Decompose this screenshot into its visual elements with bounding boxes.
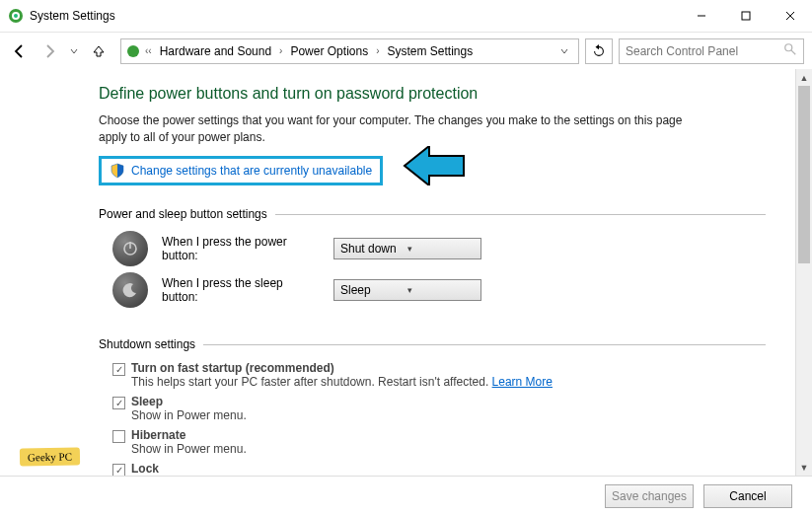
sleep-icon — [112, 272, 148, 308]
svg-point-8 — [785, 44, 792, 51]
divider — [275, 214, 766, 215]
svg-point-7 — [127, 45, 139, 57]
search-icon — [783, 42, 797, 59]
scroll-down-icon[interactable]: ▼ — [796, 459, 812, 476]
search-input[interactable] — [626, 44, 783, 58]
checkbox-desc: Show in Power menu. — [131, 442, 766, 456]
learn-more-link[interactable]: Learn More — [492, 375, 553, 389]
breadcrumb[interactable]: ‹‹ Hardware and Sound › Power Options › … — [120, 38, 579, 64]
back-button[interactable] — [8, 39, 32, 63]
sleep-button-label: When I press the sleep button: — [162, 276, 320, 304]
search-box[interactable] — [619, 38, 804, 64]
chevron-down-icon: ▾ — [407, 285, 475, 295]
section-shutdown-title: Shutdown settings — [99, 337, 195, 351]
svg-rect-4 — [742, 12, 750, 20]
svg-line-9 — [791, 50, 795, 54]
checkbox-row: SleepShow in Power menu. — [112, 395, 766, 422]
crumb-power-options[interactable]: Power Options — [286, 42, 372, 60]
window-title: System Settings — [30, 9, 115, 23]
checkbox-desc: Show in Power menu. — [131, 408, 766, 422]
up-button[interactable] — [87, 39, 111, 63]
divider — [203, 344, 766, 345]
vertical-scrollbar[interactable]: ▲ ▼ — [795, 69, 812, 476]
checkbox-title: Sleep — [131, 395, 766, 408]
power-button-dropdown[interactable]: Shut down▾ — [333, 238, 481, 259]
checkbox[interactable] — [112, 430, 125, 443]
page-intro: Choose the power settings that you want … — [99, 112, 691, 146]
address-dropdown-icon[interactable] — [554, 44, 574, 58]
watermark: Geeky PC — [20, 447, 80, 466]
checkbox-title: Lock — [131, 462, 766, 476]
checkbox[interactable] — [112, 397, 125, 409]
address-icon — [125, 43, 141, 59]
checkbox-desc: This helps start your PC faster after sh… — [131, 375, 766, 389]
app-icon — [8, 8, 24, 24]
chevron-right-icon: › — [279, 45, 282, 56]
checkbox[interactable] — [112, 464, 125, 476]
svg-point-2 — [14, 14, 18, 18]
chevron-right-icon: › — [376, 45, 379, 56]
cancel-button[interactable]: Cancel — [703, 484, 792, 508]
checkbox-row: LockShow in account picture menu. — [112, 462, 766, 476]
page-title: Define power buttons and turn on passwor… — [99, 85, 766, 103]
crumb-system-settings[interactable]: System Settings — [383, 42, 477, 60]
save-button[interactable]: Save changes — [605, 484, 694, 508]
crumb-hardware[interactable]: Hardware and Sound — [156, 42, 275, 60]
chevron-right-icon: ‹‹ — [145, 45, 152, 56]
forward-button[interactable] — [37, 39, 61, 63]
checkbox-row: Turn on fast startup (recommended)This h… — [112, 361, 766, 389]
close-button[interactable] — [768, 1, 812, 31]
refresh-button[interactable] — [585, 38, 613, 64]
scroll-up-icon[interactable]: ▲ — [796, 69, 812, 86]
sleep-button-dropdown[interactable]: Sleep▾ — [333, 279, 481, 301]
scroll-thumb[interactable] — [798, 86, 810, 263]
change-settings-label: Change settings that are currently unava… — [131, 164, 372, 178]
checkbox-row: HibernateShow in Power menu. — [112, 428, 766, 456]
change-settings-link[interactable]: Change settings that are currently unava… — [99, 156, 383, 185]
shield-icon — [110, 163, 125, 179]
checkbox-title: Hibernate — [131, 428, 766, 442]
history-chevron-icon[interactable] — [67, 39, 81, 63]
power-icon — [112, 231, 148, 266]
minimize-button[interactable] — [679, 1, 723, 31]
maximize-button[interactable] — [723, 1, 768, 31]
power-button-label: When I press the power button: — [162, 235, 320, 262]
checkbox[interactable] — [112, 363, 125, 376]
checkbox-title: Turn on fast startup (recommended) — [131, 361, 766, 375]
chevron-down-icon: ▾ — [407, 244, 475, 254]
section-buttons-title: Power and sleep button settings — [99, 207, 267, 221]
